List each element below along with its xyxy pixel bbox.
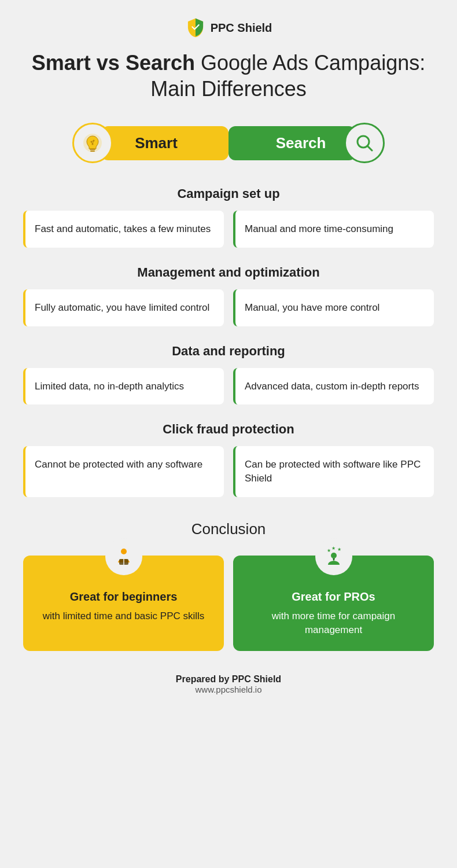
conclusion-row: Great for beginners with limited time an… xyxy=(23,556,434,651)
search-magnifier-icon xyxy=(353,131,376,155)
section-click-fraud: Click fraud protectionCannot be protecte… xyxy=(23,422,434,497)
search-card-campaign-setup: Manual and more time-consuming xyxy=(233,211,434,248)
section-title-data-reporting: Data and reporting xyxy=(23,344,434,359)
svg-text:★: ★ xyxy=(337,547,341,552)
conclusion-section: Conclusion Great for beginners with limi… xyxy=(23,520,434,651)
page-title: Smart vs Search Google Ads Campaigns: Ma… xyxy=(23,50,434,102)
sections-container: Campaign set upFast and automatic, takes… xyxy=(23,186,434,514)
smart-icon-wrap xyxy=(72,123,113,163)
beginner-reader-icon xyxy=(111,544,137,569)
conclusion-search-text: with more time for campaign management xyxy=(245,609,422,637)
conclusion-smart-icon-wrap xyxy=(105,538,142,575)
section-data-reporting: Data and reportingLimited data, no in-de… xyxy=(23,344,434,405)
comparison-row-data-reporting: Limited data, no in-depth analyticsAdvan… xyxy=(23,368,434,405)
search-card-data-reporting: Advanced data, custom in-depth reports xyxy=(233,368,434,405)
comparison-row-campaign-setup: Fast and automatic, takes a few minutesM… xyxy=(23,211,434,248)
title-bold: Smart vs Search xyxy=(32,51,195,75)
svg-text:★: ★ xyxy=(331,546,336,551)
search-card-click-fraud: Can be protected with software like PPC … xyxy=(233,446,434,497)
conclusion-smart-card: Great for beginners with limited time an… xyxy=(23,556,224,651)
logo-area: PPC Shield xyxy=(185,17,272,38)
conclusion-search-card: ★ ★ ★ Great for PROs with more time for … xyxy=(233,556,434,651)
logo-text: PPC Shield xyxy=(211,21,272,35)
search-icon-wrap xyxy=(344,123,385,163)
smart-card-campaign-setup: Fast and automatic, takes a few minutes xyxy=(23,211,224,248)
pro-person-icon: ★ ★ ★ xyxy=(321,544,347,569)
conclusion-smart-text: with limited time and basic PPC skills xyxy=(35,609,212,623)
section-title-campaign-setup: Campaign set up xyxy=(23,186,434,201)
smart-card-click-fraud: Cannot be protected with any software xyxy=(23,446,224,497)
search-card-management: Manual, you have more control xyxy=(233,289,434,326)
conclusion-title: Conclusion xyxy=(23,520,434,538)
conclusion-search-icon-wrap: ★ ★ ★ xyxy=(315,538,352,575)
ppc-shield-logo-icon xyxy=(185,17,206,38)
conclusion-smart-title: Great for beginners xyxy=(35,590,212,604)
conclusion-search-title: Great for PROs xyxy=(245,590,422,604)
svg-point-12 xyxy=(121,549,127,554)
smart-card-management: Fully automatic, you have limited contro… xyxy=(23,289,224,326)
svg-line-10 xyxy=(367,146,372,150)
search-label: Search xyxy=(276,134,326,152)
comparison-row-click-fraud: Cannot be protected with any softwareCan… xyxy=(23,446,434,497)
svg-point-19 xyxy=(331,553,337,558)
footer-url-text: www.ppcshield.io xyxy=(176,685,281,694)
section-management: Management and optimizationFully automat… xyxy=(23,265,434,326)
svg-rect-2 xyxy=(90,150,95,152)
header-comparison-row: Smart Search xyxy=(23,123,434,163)
section-title-click-fraud: Click fraud protection xyxy=(23,422,434,437)
section-campaign-setup: Campaign set upFast and automatic, takes… xyxy=(23,186,434,248)
comparison-row-management: Fully automatic, you have limited contro… xyxy=(23,289,434,326)
search-badge: Search xyxy=(228,126,356,160)
section-title-management: Management and optimization xyxy=(23,265,434,280)
smart-label: Smart xyxy=(135,134,178,152)
svg-text:★: ★ xyxy=(327,548,331,553)
smart-badge: Smart xyxy=(101,126,228,160)
smart-card-data-reporting: Limited data, no in-depth analytics xyxy=(23,368,224,405)
footer: Prepared by PPC Shield www.ppcshield.io xyxy=(176,674,281,694)
svg-rect-1 xyxy=(90,149,95,150)
footer-prepared-text: Prepared by PPC Shield xyxy=(176,674,281,685)
smart-bulb-icon xyxy=(81,131,104,155)
